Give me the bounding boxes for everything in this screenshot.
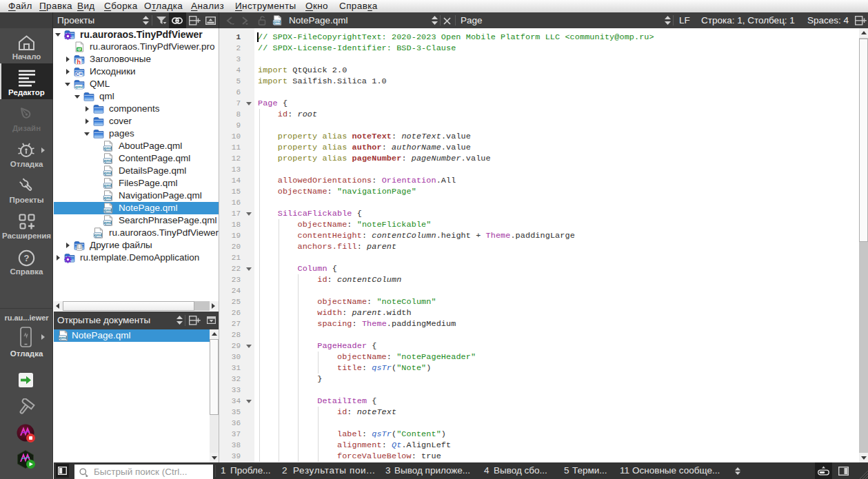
svg-text:qt: qt bbox=[77, 47, 81, 51]
svg-text:qml: qml bbox=[273, 20, 281, 24]
svg-text:qml: qml bbox=[103, 170, 111, 175]
svg-text:?: ? bbox=[24, 253, 30, 263]
svg-text:C+: C+ bbox=[76, 71, 83, 77]
svg-text:qml: qml bbox=[94, 232, 101, 237]
svg-text:qml: qml bbox=[75, 84, 83, 89]
svg-text:qml: qml bbox=[103, 220, 111, 225]
svg-text:qml: qml bbox=[103, 195, 111, 200]
svg-text:qml: qml bbox=[103, 145, 111, 150]
svg-text:qml: qml bbox=[103, 158, 111, 163]
svg-text:qml: qml bbox=[103, 183, 111, 187]
svg-text:h: h bbox=[77, 59, 81, 65]
svg-text:qml: qml bbox=[103, 207, 111, 212]
svg-text:qml: qml bbox=[59, 335, 66, 340]
